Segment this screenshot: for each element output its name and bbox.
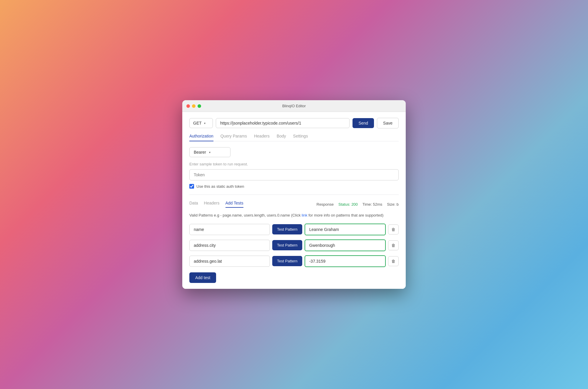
result-input-2[interactable]: [305, 239, 386, 251]
top-tabs: Authorization Query Params Headers Body …: [189, 134, 399, 141]
traffic-lights: [186, 104, 201, 108]
response-tabs: Data Headers Add Tests: [189, 201, 243, 208]
status-badge: Status: 200: [338, 202, 358, 207]
response-header: Data Headers Add Tests Response Status: …: [189, 201, 399, 208]
add-test-button[interactable]: Add test: [189, 272, 216, 283]
static-token-label: Use this as static auth token: [196, 184, 244, 189]
static-token-row: Use this as static auth token: [189, 184, 399, 189]
delete-button-2[interactable]: 🗑: [388, 240, 399, 250]
url-bar: GET ▾ Send Save: [189, 118, 399, 128]
pattern-input-2[interactable]: [189, 240, 270, 251]
tab-headers[interactable]: Headers: [254, 134, 270, 141]
test-row: Test Pattern 🗑: [189, 224, 399, 235]
url-input[interactable]: [216, 118, 350, 128]
response-meta: Response Status: 200 Time: 52ms Size: b: [317, 202, 399, 207]
trash-icon-1: 🗑: [391, 227, 395, 232]
pattern-input-1[interactable]: [189, 224, 270, 235]
auth-hint: Enter sample token to run request.: [189, 162, 399, 166]
size-label: Size: b: [387, 202, 399, 207]
maximize-button[interactable]: [198, 104, 201, 108]
titlebar: BlinqIO Editor: [182, 100, 406, 112]
test-row: Test Pattern 🗑: [189, 255, 399, 267]
result-input-3[interactable]: [305, 255, 386, 267]
close-button[interactable]: [186, 104, 190, 108]
test-pattern-button-1[interactable]: Test Pattern: [272, 224, 302, 234]
tab-add-tests[interactable]: Add Tests: [225, 201, 243, 208]
tab-response-headers[interactable]: Headers: [204, 201, 220, 208]
tab-authorization[interactable]: Authorization: [189, 134, 213, 141]
auth-section: Bearer ▾ Enter sample token to run reque…: [189, 147, 399, 195]
bearer-label: Bearer: [194, 150, 206, 155]
bearer-select[interactable]: Bearer ▾: [189, 147, 230, 157]
static-token-checkbox[interactable]: [189, 184, 194, 189]
time-label: Time: 52ms: [363, 202, 382, 207]
main-window: BlinqIO Editor GET ▾ Send Save Authoriza…: [182, 100, 406, 289]
bearer-chevron-icon: ▾: [209, 151, 211, 154]
result-input-1[interactable]: [305, 224, 386, 235]
patterns-link[interactable]: link: [302, 213, 308, 217]
response-label: Response: [317, 202, 334, 207]
trash-icon-3: 🗑: [391, 259, 395, 264]
pattern-input-3[interactable]: [189, 256, 270, 267]
test-pattern-button-3[interactable]: Test Pattern: [272, 256, 302, 266]
method-chevron-icon: ▾: [204, 122, 206, 125]
method-select[interactable]: GET ▾: [189, 118, 213, 128]
patterns-info: Valid Patterns e.g - page.name, users.le…: [189, 212, 399, 218]
delete-button-1[interactable]: 🗑: [388, 224, 399, 234]
window-title: BlinqIO Editor: [282, 104, 306, 108]
method-label: GET: [193, 121, 202, 125]
save-button[interactable]: Save: [377, 118, 399, 128]
send-button[interactable]: Send: [353, 118, 374, 128]
minimize-button[interactable]: [192, 104, 196, 108]
token-input[interactable]: [189, 169, 399, 180]
tab-body[interactable]: Body: [277, 134, 286, 141]
tab-settings[interactable]: Settings: [293, 134, 308, 141]
test-row: Test Pattern 🗑: [189, 239, 399, 251]
tab-data[interactable]: Data: [189, 201, 198, 208]
window-body: GET ▾ Send Save Authorization Query Para…: [182, 112, 406, 289]
trash-icon-2: 🗑: [391, 243, 395, 248]
delete-button-3[interactable]: 🗑: [388, 256, 399, 266]
test-pattern-button-2[interactable]: Test Pattern: [272, 240, 302, 250]
tab-query-params[interactable]: Query Params: [220, 134, 247, 141]
